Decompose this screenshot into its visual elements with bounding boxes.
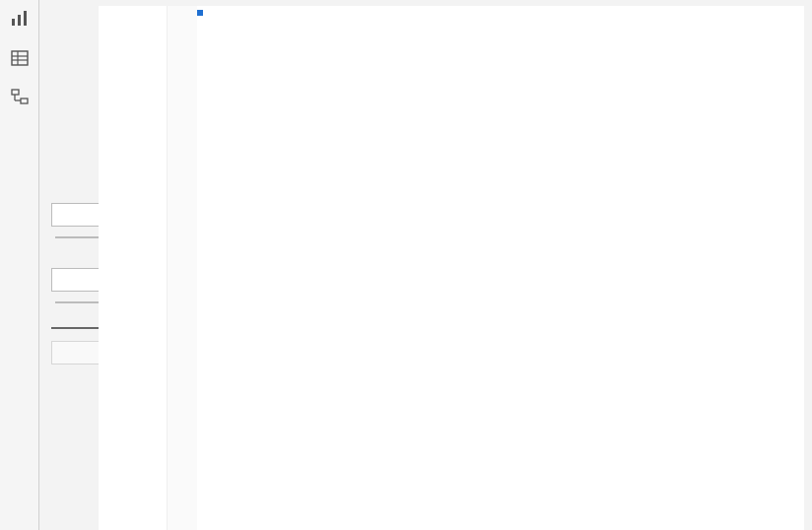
dax-code-editor[interactable] (197, 6, 804, 530)
discard-button[interactable] (106, 12, 129, 35)
main-area (39, 0, 812, 530)
app-root (0, 0, 812, 530)
selection-rectangle (197, 10, 203, 16)
svg-rect-1 (18, 15, 21, 26)
svg-rect-3 (12, 51, 28, 65)
commit-button[interactable] (137, 12, 160, 35)
data-view-icon[interactable] (9, 47, 31, 69)
svg-rect-0 (12, 19, 15, 26)
left-view-bar (0, 0, 39, 530)
formula-bar (99, 6, 804, 530)
report-view-icon[interactable] (9, 8, 31, 30)
svg-rect-2 (24, 11, 27, 26)
model-view-icon[interactable] (9, 87, 31, 108)
line-number-gutter (168, 6, 197, 530)
formula-bar-controls (99, 6, 168, 530)
svg-rect-8 (21, 99, 28, 103)
svg-rect-7 (12, 90, 19, 95)
